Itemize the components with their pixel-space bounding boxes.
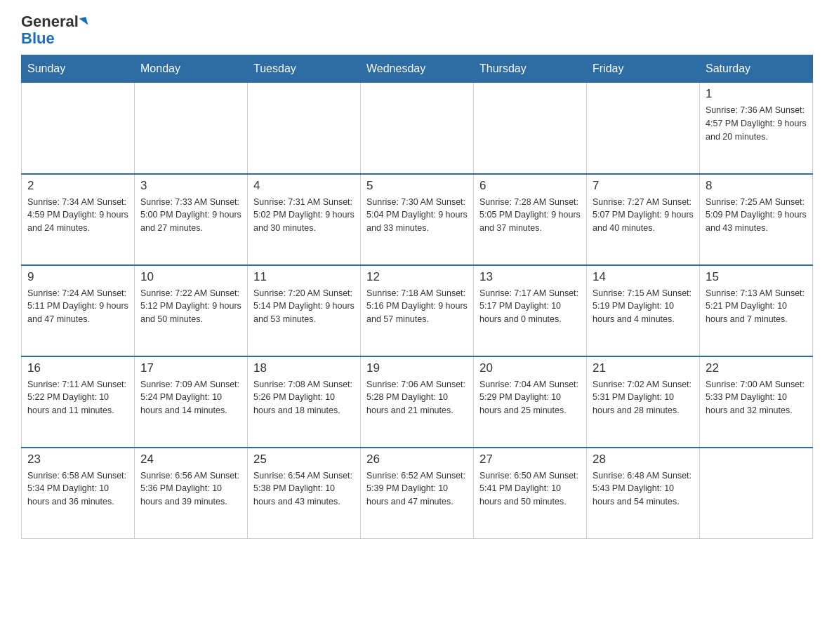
day-number: 27 <box>479 452 581 467</box>
day-info: Sunrise: 7:06 AM Sunset: 5:28 PM Dayligh… <box>366 378 468 417</box>
day-info: Sunrise: 7:00 AM Sunset: 5:33 PM Dayligh… <box>706 378 807 417</box>
calendar-cell: 12Sunrise: 7:18 AM Sunset: 5:16 PM Dayli… <box>361 265 474 356</box>
calendar-table: SundayMondayTuesdayWednesdayThursdayFrid… <box>21 55 813 539</box>
header-monday: Monday <box>135 55 248 83</box>
day-info: Sunrise: 6:54 AM Sunset: 5:38 PM Dayligh… <box>253 469 355 509</box>
day-number: 11 <box>253 270 355 284</box>
day-info: Sunrise: 7:22 AM Sunset: 5:12 PM Dayligh… <box>140 287 241 326</box>
calendar-cell: 14Sunrise: 7:15 AM Sunset: 5:19 PM Dayli… <box>587 265 700 356</box>
day-number: 4 <box>253 179 355 193</box>
day-number: 8 <box>706 179 807 193</box>
calendar-cell: 1Sunrise: 7:36 AM Sunset: 4:57 PM Daylig… <box>700 83 813 174</box>
calendar-cell: 8Sunrise: 7:25 AM Sunset: 5:09 PM Daylig… <box>700 174 813 265</box>
day-number: 12 <box>366 270 468 284</box>
day-number: 3 <box>140 179 241 193</box>
day-number: 9 <box>27 270 128 284</box>
calendar-cell: 15Sunrise: 7:13 AM Sunset: 5:21 PM Dayli… <box>700 265 813 356</box>
day-info: Sunrise: 7:15 AM Sunset: 5:19 PM Dayligh… <box>593 287 694 326</box>
calendar-cell: 5Sunrise: 7:30 AM Sunset: 5:04 PM Daylig… <box>361 174 474 265</box>
day-number: 14 <box>593 270 694 284</box>
calendar-cell: 24Sunrise: 6:56 AM Sunset: 5:36 PM Dayli… <box>135 448 248 539</box>
calendar-cell: 11Sunrise: 7:20 AM Sunset: 5:14 PM Dayli… <box>248 265 361 356</box>
day-number: 15 <box>706 270 807 284</box>
day-number: 6 <box>479 179 581 193</box>
calendar-cell: 19Sunrise: 7:06 AM Sunset: 5:28 PM Dayli… <box>361 356 474 448</box>
day-number: 21 <box>593 361 694 375</box>
logo: General Blue <box>21 14 87 48</box>
calendar-week-3: 9Sunrise: 7:24 AM Sunset: 5:11 PM Daylig… <box>22 265 813 356</box>
day-number: 7 <box>593 179 694 193</box>
day-info: Sunrise: 7:25 AM Sunset: 5:09 PM Dayligh… <box>706 196 807 235</box>
day-number: 1 <box>706 87 807 101</box>
day-info: Sunrise: 7:33 AM Sunset: 5:00 PM Dayligh… <box>140 196 241 235</box>
day-info: Sunrise: 7:08 AM Sunset: 5:26 PM Dayligh… <box>253 378 355 417</box>
calendar-week-2: 2Sunrise: 7:34 AM Sunset: 4:59 PM Daylig… <box>22 174 813 265</box>
day-number: 23 <box>27 452 128 467</box>
day-number: 17 <box>140 361 241 375</box>
day-info: Sunrise: 7:36 AM Sunset: 4:57 PM Dayligh… <box>706 104 807 143</box>
calendar-cell <box>587 83 700 174</box>
header-friday: Friday <box>587 55 700 83</box>
calendar-cell <box>135 83 248 174</box>
day-info: Sunrise: 7:17 AM Sunset: 5:17 PM Dayligh… <box>479 287 581 326</box>
day-info: Sunrise: 7:30 AM Sunset: 5:04 PM Dayligh… <box>366 196 468 235</box>
calendar-cell: 17Sunrise: 7:09 AM Sunset: 5:24 PM Dayli… <box>135 356 248 448</box>
calendar-cell <box>474 83 587 174</box>
day-info: Sunrise: 7:02 AM Sunset: 5:31 PM Dayligh… <box>593 378 694 417</box>
day-number: 18 <box>253 361 355 375</box>
calendar-cell: 4Sunrise: 7:31 AM Sunset: 5:02 PM Daylig… <box>248 174 361 265</box>
day-info: Sunrise: 7:34 AM Sunset: 4:59 PM Dayligh… <box>27 196 128 235</box>
logo-arrow-icon <box>79 17 88 27</box>
calendar-cell: 6Sunrise: 7:28 AM Sunset: 5:05 PM Daylig… <box>474 174 587 265</box>
header-tuesday: Tuesday <box>248 55 361 83</box>
day-info: Sunrise: 7:28 AM Sunset: 5:05 PM Dayligh… <box>479 196 581 235</box>
day-info: Sunrise: 7:09 AM Sunset: 5:24 PM Dayligh… <box>140 378 241 417</box>
logo-blue: Blue <box>21 29 55 47</box>
day-number: 19 <box>366 361 468 375</box>
calendar-cell: 9Sunrise: 7:24 AM Sunset: 5:11 PM Daylig… <box>22 265 135 356</box>
calendar-cell: 16Sunrise: 7:11 AM Sunset: 5:22 PM Dayli… <box>22 356 135 448</box>
header-wednesday: Wednesday <box>361 55 474 83</box>
calendar-cell: 26Sunrise: 6:52 AM Sunset: 5:39 PM Dayli… <box>361 448 474 539</box>
day-info: Sunrise: 6:52 AM Sunset: 5:39 PM Dayligh… <box>366 469 468 509</box>
calendar-cell: 7Sunrise: 7:27 AM Sunset: 5:07 PM Daylig… <box>587 174 700 265</box>
calendar-cell: 27Sunrise: 6:50 AM Sunset: 5:41 PM Dayli… <box>474 448 587 539</box>
calendar-week-1: 1Sunrise: 7:36 AM Sunset: 4:57 PM Daylig… <box>22 83 813 174</box>
day-info: Sunrise: 7:04 AM Sunset: 5:29 PM Dayligh… <box>479 378 581 417</box>
day-number: 5 <box>366 179 468 193</box>
day-info: Sunrise: 6:48 AM Sunset: 5:43 PM Dayligh… <box>593 469 694 509</box>
calendar-cell <box>700 448 813 539</box>
day-number: 10 <box>140 270 241 284</box>
calendar-cell: 13Sunrise: 7:17 AM Sunset: 5:17 PM Dayli… <box>474 265 587 356</box>
page-header: General Blue <box>21 14 813 48</box>
day-number: 16 <box>27 361 128 375</box>
day-info: Sunrise: 6:58 AM Sunset: 5:34 PM Dayligh… <box>27 469 128 509</box>
calendar-cell: 23Sunrise: 6:58 AM Sunset: 5:34 PM Dayli… <box>22 448 135 539</box>
day-info: Sunrise: 7:13 AM Sunset: 5:21 PM Dayligh… <box>706 287 807 326</box>
day-info: Sunrise: 7:31 AM Sunset: 5:02 PM Dayligh… <box>253 196 355 235</box>
calendar-cell: 21Sunrise: 7:02 AM Sunset: 5:31 PM Dayli… <box>587 356 700 448</box>
day-number: 28 <box>593 452 694 467</box>
calendar-cell: 22Sunrise: 7:00 AM Sunset: 5:33 PM Dayli… <box>700 356 813 448</box>
day-info: Sunrise: 7:20 AM Sunset: 5:14 PM Dayligh… <box>253 287 355 326</box>
calendar-cell: 25Sunrise: 6:54 AM Sunset: 5:38 PM Dayli… <box>248 448 361 539</box>
calendar-cell <box>22 83 135 174</box>
calendar-cell: 2Sunrise: 7:34 AM Sunset: 4:59 PM Daylig… <box>22 174 135 265</box>
day-number: 25 <box>253 452 355 467</box>
header-sunday: Sunday <box>22 55 135 83</box>
calendar-cell: 18Sunrise: 7:08 AM Sunset: 5:26 PM Dayli… <box>248 356 361 448</box>
calendar-cell <box>361 83 474 174</box>
calendar-cell <box>248 83 361 174</box>
day-number: 26 <box>366 452 468 467</box>
calendar-header-row: SundayMondayTuesdayWednesdayThursdayFrid… <box>22 55 813 83</box>
header-saturday: Saturday <box>700 55 813 83</box>
day-number: 22 <box>706 361 807 375</box>
day-number: 2 <box>27 179 128 193</box>
calendar-week-5: 23Sunrise: 6:58 AM Sunset: 5:34 PM Dayli… <box>22 448 813 539</box>
calendar-week-4: 16Sunrise: 7:11 AM Sunset: 5:22 PM Dayli… <box>22 356 813 448</box>
day-info: Sunrise: 7:11 AM Sunset: 5:22 PM Dayligh… <box>27 378 128 417</box>
day-info: Sunrise: 6:50 AM Sunset: 5:41 PM Dayligh… <box>479 469 581 509</box>
header-thursday: Thursday <box>474 55 587 83</box>
day-info: Sunrise: 6:56 AM Sunset: 5:36 PM Dayligh… <box>140 469 241 509</box>
calendar-cell: 3Sunrise: 7:33 AM Sunset: 5:00 PM Daylig… <box>135 174 248 265</box>
